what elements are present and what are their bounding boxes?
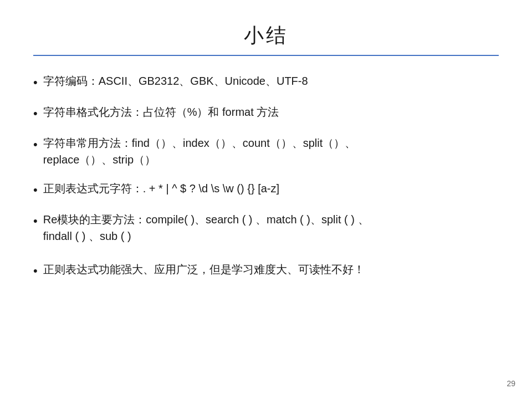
content-list: • 字符编码：ASCII、GB2312、GBK、Unicode、UTF-8 • … bbox=[33, 73, 499, 280]
item-text: 字符编码：ASCII、GB2312、GBK、Unicode、UTF-8 bbox=[43, 73, 499, 89]
slide-container: 小结 • 字符编码：ASCII、GB2312、GBK、Unicode、UTF-8… bbox=[0, 0, 532, 399]
list-item: • 字符编码：ASCII、GB2312、GBK、Unicode、UTF-8 bbox=[33, 73, 499, 91]
item-text: 正则表达式元字符：. + * | ^ $ ? \d \s \w () {} [a… bbox=[43, 180, 499, 197]
item-text: Re模块的主要方法：compile( )、search ( ) 、match (… bbox=[43, 211, 499, 244]
bullet-icon: • bbox=[33, 104, 38, 122]
slide-title: 小结 bbox=[33, 22, 499, 49]
item-text: 字符串常用方法：find（）、index（）、count（）、split（）、r… bbox=[43, 135, 499, 168]
title-divider bbox=[33, 55, 499, 56]
page-number: 29 bbox=[507, 379, 515, 388]
bullet-icon: • bbox=[33, 262, 38, 280]
list-item: • 字符串格式化方法：占位符（%）和 format 方法 bbox=[33, 104, 499, 122]
bullet-icon: • bbox=[33, 212, 38, 230]
bullet-icon: • bbox=[33, 73, 38, 91]
item-text: 字符串格式化方法：占位符（%）和 format 方法 bbox=[43, 104, 499, 120]
list-item: • 正则表达式元字符：. + * | ^ $ ? \d \s \w () {} … bbox=[33, 180, 499, 199]
list-item: • Re模块的主要方法：compile( )、search ( ) 、match… bbox=[33, 211, 499, 244]
bullet-icon: • bbox=[33, 181, 38, 199]
list-item: • 正则表达式功能强大、应用广泛，但是学习难度大、可读性不好！ bbox=[33, 261, 499, 280]
title-area: 小结 bbox=[33, 22, 499, 49]
list-item: • 字符串常用方法：find（）、index（）、count（）、split（）… bbox=[33, 135, 499, 168]
bullet-icon: • bbox=[33, 135, 38, 154]
item-text: 正则表达式功能强大、应用广泛，但是学习难度大、可读性不好！ bbox=[43, 261, 499, 278]
